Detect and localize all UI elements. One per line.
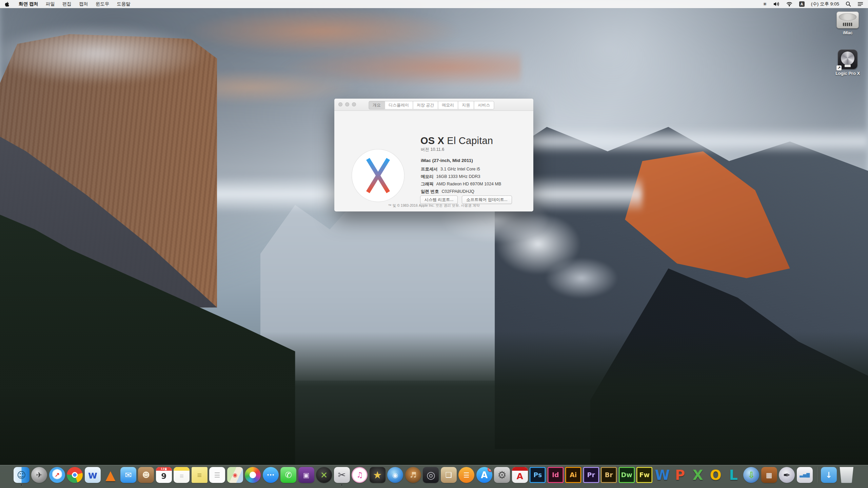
tab-지원[interactable]: 지원 <box>458 101 474 109</box>
acrobat-reader-glyph: A <box>517 472 523 481</box>
tab-서비스[interactable]: 서비스 <box>474 101 494 109</box>
spec-label: 그래픽 <box>421 182 434 186</box>
os-title-rest: El Capitan <box>444 135 493 146</box>
window-titlebar[interactable]: 개요디스플레이저장 공간메모리지원서비스 <box>334 99 533 111</box>
downloads-folder-icon: ↓ <box>821 467 837 483</box>
dock-item-downloads-folder[interactable]: ↓ <box>821 467 837 483</box>
dock-item-garageband[interactable]: ♬ <box>405 467 421 483</box>
dock-item-excel[interactable]: X <box>690 467 706 483</box>
volume-icon[interactable] <box>773 2 780 6</box>
apple-menu[interactable] <box>0 1 15 7</box>
dock-item-reminders[interactable]: ☰ <box>209 467 225 483</box>
dock-item-indesign[interactable]: Id <box>548 467 564 483</box>
menu-item-도움말[interactable]: 도움말 <box>113 1 134 7</box>
facetime-glyph: ✆ <box>285 471 292 479</box>
dock-item-vlc[interactable]: ▲ <box>102 467 118 483</box>
dock-item-trash[interactable] <box>839 467 854 483</box>
outlook-icon: O <box>708 467 724 483</box>
close-button[interactable] <box>338 102 342 106</box>
logic-pro-icon: ↗ <box>838 49 857 69</box>
powerpoint-icon: P <box>672 467 688 483</box>
dock-item-illustrator[interactable]: Ai <box>565 467 581 483</box>
spec-row: 그래픽AMD Radeon HD 6970M 1024 MB <box>421 180 501 188</box>
menu-item-편집[interactable]: 편집 <box>59 1 75 7</box>
menu-item-윈도우[interactable]: 윈도우 <box>92 1 113 7</box>
fan-status-icon[interactable]: ✳ <box>763 2 767 6</box>
dock-item-screen-capture[interactable]: ✂ <box>334 467 350 483</box>
dock-item-word[interactable]: W <box>654 467 670 483</box>
safari-icon: ↗ <box>49 467 65 483</box>
dock-item-chrome[interactable] <box>67 467 83 483</box>
dock-item-mail[interactable]: ✉ <box>120 467 136 483</box>
dock-item-premiere-pro[interactable]: Pr <box>583 467 599 483</box>
dock-item-logic-pro-x[interactable]: ◎ <box>423 467 439 483</box>
dock-item-dreamweaver[interactable]: Dw <box>619 467 635 483</box>
tab-저장 공간[interactable]: 저장 공간 <box>413 101 438 109</box>
input-source-icon[interactable]: A <box>799 1 805 7</box>
os-version: 버전 10.11.6 <box>421 147 444 152</box>
dock-item-globe-downloader[interactable]: ⇩ <box>743 467 759 483</box>
dock-item-webtoon-w-app[interactable]: w <box>85 467 101 483</box>
dock-item-photo-stack[interactable]: ❏ <box>441 467 457 483</box>
hardware-specs: 프로세서3.1 GHz Intel Core i5메모리16GB 1333 MH… <box>421 165 501 195</box>
dock-item-itunes[interactable]: ♫ <box>352 467 368 483</box>
dock-item-calendar[interactable]: 12월9 <box>156 467 172 483</box>
dock-item-finder[interactable]: ☺ <box>14 467 29 483</box>
dock-item-messages[interactable]: ••• <box>263 467 279 483</box>
app-store-glyph: A <box>481 471 488 480</box>
dock-item-safari[interactable]: ↗ <box>49 467 65 483</box>
finder-icon: ☺ <box>14 467 29 483</box>
menu-item-파일[interactable]: 파일 <box>42 1 59 7</box>
dock-item-photo-booth[interactable]: ▣ <box>298 467 314 483</box>
dock-item-stickies[interactable]: ≡ <box>192 467 208 483</box>
dock-item-fireworks[interactable]: Fw <box>636 467 652 483</box>
desktop-icon-imac[interactable]: iMac <box>829 12 866 35</box>
dock-item-photoshop[interactable]: Ps <box>530 467 546 483</box>
bridge-icon: Br <box>601 467 617 483</box>
dock-item-outlook[interactable]: O <box>708 467 724 483</box>
spec-value: AMD Radeon HD 6970M 1024 MB <box>436 182 501 186</box>
tab-개요[interactable]: 개요 <box>369 101 385 109</box>
dock-item-numbers-09[interactable]: ▃▅▇ <box>797 467 813 483</box>
tab-메모리[interactable]: 메모리 <box>438 101 458 109</box>
dock: ☺✈↗w▲✉☻12월9≡≡☰◉❀•••✆▣✕✂♫★◉♬◎❏☰A1⚙APsIdAi… <box>0 465 868 488</box>
dock-item-contacts[interactable]: ☻ <box>138 467 154 483</box>
dock-item-lync[interactable]: L <box>726 467 742 483</box>
software-update-button[interactable]: 소프트웨어 업데이트... <box>462 196 512 204</box>
app-menu-title[interactable]: 화면 캡처 <box>15 1 42 7</box>
system-preferences-icon: ⚙ <box>494 467 510 483</box>
dock-item-photos[interactable]: ❀ <box>245 467 261 483</box>
desktop-icon-logic-pro-x[interactable]: ↗ Logic Pro X <box>829 49 866 76</box>
dock-item-imovie[interactable]: ★ <box>370 467 386 483</box>
minimize-button[interactable] <box>345 102 349 106</box>
excel-glyph: X <box>693 468 703 482</box>
spotlight-icon[interactable] <box>846 1 851 7</box>
menu-item-캡처[interactable]: 캡처 <box>75 1 92 7</box>
dock-item-notes[interactable]: ≡ <box>174 467 190 483</box>
dock-item-bridge[interactable]: Br <box>601 467 617 483</box>
desktop-icon-label: iMac <box>829 30 866 35</box>
dock-item-ibooks[interactable]: ☰ <box>458 467 474 483</box>
dock-item-system-preferences[interactable]: ⚙ <box>494 467 510 483</box>
tab-디스플레이[interactable]: 디스플레이 <box>384 101 413 109</box>
menu-clock[interactable]: (수) 오후 9:05 <box>811 1 839 7</box>
finder-glyph: ☺ <box>17 471 26 480</box>
system-report-button[interactable]: 시스템 리포트... <box>420 196 458 204</box>
dock-item-x-image-viewer[interactable]: ✕ <box>316 467 332 483</box>
menu-bar: 화면 캡처파일편집캡처윈도우도움말 ✳ A (수) 오후 9:05 <box>0 0 868 8</box>
zoom-button[interactable] <box>352 102 356 106</box>
reminders-icon: ☰ <box>209 467 225 483</box>
dock-item-dvd-player[interactable]: ◉ <box>387 467 403 483</box>
dock-item-launchpad[interactable]: ✈ <box>31 467 47 483</box>
dock-item-acrobat-reader[interactable]: A <box>512 467 528 483</box>
about-this-mac-window[interactable]: 개요디스플레이저장 공간메모리지원서비스 OS X El Capitan 버전 … <box>334 99 533 211</box>
dock-item-app-store[interactable]: A1 <box>476 467 492 483</box>
wifi-icon[interactable] <box>786 2 793 6</box>
dock-item-facetime[interactable]: ✆ <box>280 467 296 483</box>
notification-center-icon[interactable] <box>857 2 863 6</box>
dock-item-powerpoint[interactable]: P <box>672 467 688 483</box>
dock-item-keynote-09[interactable]: ▦ <box>761 467 777 483</box>
dock-item-maps[interactable]: ◉ <box>227 467 243 483</box>
dock-item-pages-09[interactable]: ✒ <box>779 467 795 483</box>
screen-capture-glyph: ✂ <box>338 470 346 480</box>
